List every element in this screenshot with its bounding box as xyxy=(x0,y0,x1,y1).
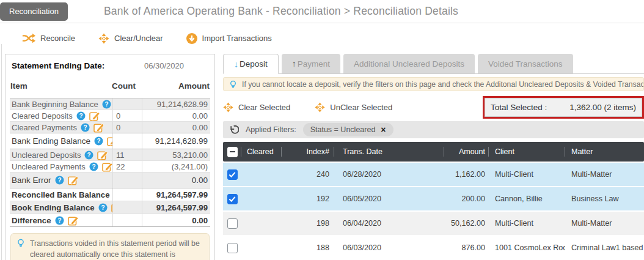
summary-row: Cleared Payments ? 0 0.00 xyxy=(10,121,210,133)
row-amount: 50,162.00 xyxy=(444,212,489,235)
summary-item-label: Cleared Deposits xyxy=(12,111,73,121)
import-transactions-button[interactable]: Import Transactions xyxy=(186,33,272,44)
help-icon[interactable]: ? xyxy=(94,136,103,146)
row-amount: 200.00 xyxy=(444,187,489,210)
edit-icon[interactable] xyxy=(107,136,112,146)
table-row[interactable]: 240 06/28/2020 1,162.00 Multi-Client Mul… xyxy=(223,162,644,186)
select-all-checkbox[interactable] xyxy=(227,147,238,157)
clear-selected-button[interactable]: Clear Selected xyxy=(223,102,290,113)
help-icon[interactable]: ? xyxy=(102,100,111,109)
tabs-bar: ↓Deposit↑PaymentAdditional Uncleared Dep… xyxy=(223,54,644,74)
summary-row: Reconciled Bank Balance ? 91,264,597.99 xyxy=(10,188,210,201)
summary-row: Cleared Deposits ? 0 0.00 xyxy=(10,110,210,121)
row-trans-date: 06/05/2020 xyxy=(334,187,444,210)
summary-row: Difference ? 0.00 xyxy=(10,214,210,226)
help-icon[interactable]: ? xyxy=(55,216,64,225)
help-icon[interactable]: ? xyxy=(81,123,90,132)
download-circle-icon xyxy=(186,33,197,44)
summary-count-value: 22 xyxy=(112,161,142,172)
edit-icon[interactable] xyxy=(89,111,101,121)
total-selected-value: 1,362.00 (2 items) xyxy=(569,103,636,112)
tab-voided-transactions[interactable]: Voided Transactions xyxy=(478,54,573,73)
lightbulb-icon xyxy=(16,239,25,248)
reconciliation-tab[interactable]: Reconciliation xyxy=(0,2,68,21)
edit-icon[interactable] xyxy=(68,175,79,185)
tab-payment[interactable]: ↑Payment xyxy=(282,54,340,73)
total-selected-label: Total Selected : xyxy=(491,103,547,112)
amount-column-header: Amount xyxy=(141,81,210,91)
edit-icon[interactable] xyxy=(68,215,79,226)
row-checkbox[interactable] xyxy=(227,169,238,180)
clear-selected-label: Clear Selected xyxy=(238,103,290,112)
remove-filter-icon[interactable]: × xyxy=(381,127,386,133)
clear-diamond-icon xyxy=(315,102,325,113)
trans-date-column-header[interactable]: Trans. Date xyxy=(334,142,444,162)
summary-row: Bank Ending Balance ? 91,214,628.99 xyxy=(10,133,210,149)
help-icon[interactable]: ? xyxy=(76,111,86,121)
summary-count-value xyxy=(112,173,142,188)
deposit-info-bar: If you cannot locate a deposit, verify t… xyxy=(223,77,644,91)
index-column-header[interactable]: Index# xyxy=(282,142,334,162)
table-row[interactable]: 192 06/05/2020 200.00 Cannon, Billie Bus… xyxy=(223,186,644,210)
table-body: 240 06/28/2020 1,162.00 Multi-Client Mul… xyxy=(223,162,644,259)
tab-additional-uncleared-deposits[interactable]: Additional Uncleared Deposits xyxy=(343,54,475,73)
table-row[interactable]: 198 06/04/2020 50,162.00 Multi-Client Mu… xyxy=(223,210,644,235)
unclear-selected-label: UnClear Selected xyxy=(330,103,392,112)
summary-amount-value: 91,264,597.99 xyxy=(142,188,210,201)
table-header: Cleared Index# Trans. Date Amount Client… xyxy=(223,142,644,162)
summary-item-label: Bank Ending Balance xyxy=(12,136,90,146)
row-checkbox[interactable] xyxy=(227,194,238,204)
summary-count-value: 11 xyxy=(112,149,142,160)
clear-diamond-icon xyxy=(223,102,233,113)
help-icon[interactable]: ? xyxy=(98,203,108,212)
filter-chip-status-uncleared[interactable]: Status = Uncleared × xyxy=(303,123,393,136)
row-index: 240 xyxy=(282,163,334,186)
summary-item-label: Difference xyxy=(12,216,51,225)
tab-deposit[interactable]: ↓Deposit xyxy=(223,54,279,74)
reset-filters-icon[interactable] xyxy=(229,125,239,135)
actions-row: Clear Selected UnClear Selected Total Se… xyxy=(223,91,644,121)
summary-row: Book Ending Balance ? 91,264,597.99 xyxy=(10,201,210,214)
unclear-selected-button[interactable]: UnClear Selected xyxy=(315,102,392,113)
svg-text:?: ? xyxy=(101,204,104,211)
summary-amount-value: 91,264,597.99 xyxy=(142,201,210,214)
help-icon[interactable]: ? xyxy=(89,162,98,171)
svg-text:?: ? xyxy=(97,138,101,144)
cleared-column-header[interactable]: Cleared xyxy=(241,142,282,162)
statement-summary-panel: Statement Ending Date: 06/30/2020 Item C… xyxy=(5,54,215,260)
svg-text:?: ? xyxy=(79,113,82,119)
clear-unclear-label: Clear/Unclear xyxy=(114,34,163,43)
edit-icon[interactable] xyxy=(102,162,112,172)
clear-unclear-button[interactable]: Clear/Unclear xyxy=(98,33,163,44)
row-client: 1001 CosmoLex Roofi... xyxy=(489,236,565,259)
row-index: 192 xyxy=(282,187,334,210)
edit-icon[interactable] xyxy=(97,150,109,160)
summary-amount-value: 0.00 xyxy=(142,122,210,133)
reconcile-button[interactable]: Reconcile xyxy=(22,33,75,43)
summary-item-label: Uncleared Payments xyxy=(12,162,86,171)
clear-diamond-icon xyxy=(98,33,109,44)
edit-icon[interactable] xyxy=(93,122,105,133)
amount-column-header[interactable]: Amount xyxy=(444,142,489,162)
client-column-header[interactable]: Client xyxy=(489,142,565,162)
row-amount: 876.00 xyxy=(444,236,489,259)
summary-amount-value: 91,214,628.99 xyxy=(142,133,210,149)
row-checkbox[interactable] xyxy=(227,218,238,229)
summary-amount-value: 0.00 xyxy=(142,173,210,188)
matter-column-header[interactable]: Matter xyxy=(565,142,644,162)
row-index: 198 xyxy=(282,212,334,235)
shuffle-icon xyxy=(22,33,35,43)
help-icon[interactable]: ? xyxy=(55,176,64,185)
summary-item-label: Cleared Payments xyxy=(12,123,77,132)
row-checkbox[interactable] xyxy=(227,243,238,253)
top-bar: Reconciliation Bank of America Operating… xyxy=(0,0,644,23)
summary-row: Uncleared Deposits ? 11 53,210.00 xyxy=(10,149,210,160)
table-row[interactable]: 188 06/03/2020 876.00 1001 CosmoLex Roof… xyxy=(223,235,644,259)
summary-item-label: Uncleared Deposits xyxy=(12,150,81,160)
help-icon[interactable]: ? xyxy=(84,150,93,160)
tab-label: Voided Transactions xyxy=(488,59,563,69)
summary-count-value xyxy=(112,214,142,226)
summary-amount-value: 53,210.00 xyxy=(142,149,210,160)
row-trans-date: 06/04/2020 xyxy=(334,212,444,235)
statement-ending-date-label: Statement Ending Date: xyxy=(12,61,104,70)
